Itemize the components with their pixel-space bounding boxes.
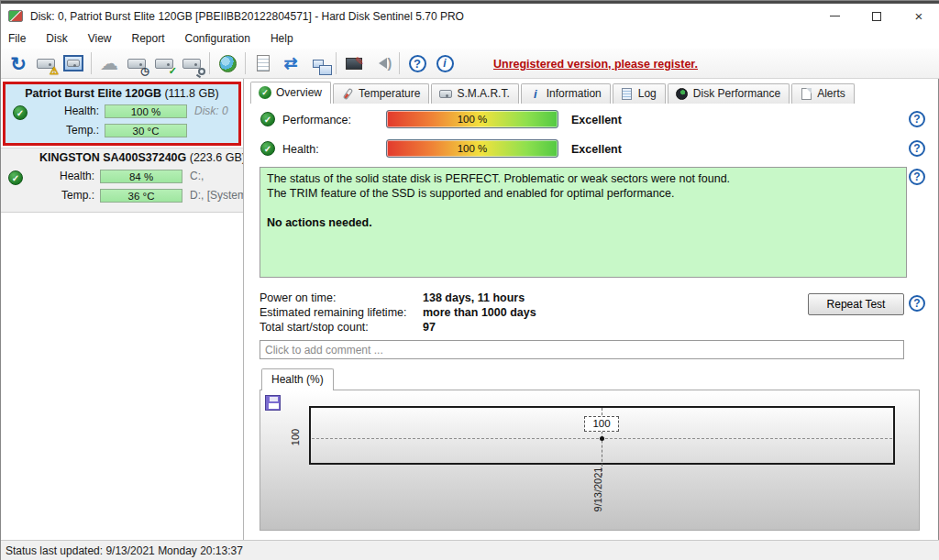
tab-temperature[interactable]: Temperature <box>333 83 429 104</box>
disk-search-icon[interactable] <box>178 50 205 76</box>
tab-label: Log <box>638 87 657 100</box>
performance-ok-icon: ✓ <box>260 112 275 126</box>
disk-card-patriot[interactable]: Patriot Burst Elite 120GB (111.8 GB) ✓ H… <box>3 82 241 146</box>
info-icon[interactable]: i <box>431 50 458 76</box>
start-stop-count-label: Total start/stop count: <box>260 321 369 334</box>
disk-check-icon[interactable]: ✓ <box>150 50 178 76</box>
menu-disk[interactable]: Disk <box>36 29 77 48</box>
info-icon: i <box>529 87 542 100</box>
tab-log[interactable]: Log <box>613 83 666 104</box>
repeat-test-button[interactable]: Repeat Test <box>808 293 904 315</box>
help-icon[interactable]: ? <box>403 50 431 76</box>
disk-number: Disk: 0 <box>194 104 228 117</box>
health-label: Health: <box>42 104 99 117</box>
disk-title: KINGSTON SA400S37240G (223.6 GB) Disk: <box>1 151 243 164</box>
disk-name: KINGSTON SA400S37240G <box>39 151 186 164</box>
speaker-icon[interactable] <box>368 50 395 76</box>
log-document-icon <box>621 87 634 100</box>
sync-icon[interactable]: ⇄ <box>277 50 304 76</box>
register-link[interactable]: Unregistered version, please register. <box>493 58 698 71</box>
chart-tab-health[interactable]: Health (%) <box>261 368 334 390</box>
minimize-button[interactable] <box>813 4 856 28</box>
health-help-icon[interactable]: ? <box>909 140 925 157</box>
window-title: Disk: 0, Patriot Burst Elite 120GB [PBEI… <box>30 10 464 23</box>
disk-ok-icon: ✓ <box>8 170 23 185</box>
tab-overview[interactable]: ✓ Overview <box>250 82 331 104</box>
disk-warning-icon[interactable]: ⚠ <box>32 50 60 76</box>
repeat-test-help-icon[interactable]: ? <box>909 295 925 312</box>
tab-disk-performance[interactable]: Disk Performance <box>668 83 790 104</box>
tab-label: Information <box>547 87 602 100</box>
refresh-icon[interactable]: ↻ <box>5 50 32 76</box>
chart-data-point <box>600 436 604 441</box>
status-bar-text: Status last updated: 9/13/2021 Monday 20… <box>6 544 243 557</box>
performance-gauge: 100 % <box>386 110 558 128</box>
close-button[interactable]: × <box>898 4 939 28</box>
health-ok-icon: ✓ <box>260 141 275 156</box>
power-on-time-label: Power on time: <box>260 291 336 304</box>
disk-health-row: ✓ Health: 100 % Disk: 0 <box>6 104 238 120</box>
health-label: Health: <box>38 170 94 182</box>
power-on-time-value: 138 days, 11 hours <box>423 291 525 304</box>
start-stop-count-value: 97 <box>423 321 436 334</box>
tab-label: Overview <box>276 86 322 99</box>
menu-help[interactable]: Help <box>260 29 304 48</box>
toolbar-separator <box>209 52 210 74</box>
toolbar-separator <box>399 52 400 74</box>
toolbar: ↻ ⚠ ☁ ◷ ✓ ⇄ ✎ ? i <box>1 49 939 79</box>
status-line: The TRIM feature of the SSD is supported… <box>267 186 900 201</box>
close-icon: × <box>915 9 923 23</box>
performance-rating: Excellent <box>571 114 622 126</box>
disk-title: Patriot Burst Elite 120GB (111.8 GB) <box>6 87 238 100</box>
monitor-pen-icon[interactable]: ✎ <box>340 50 368 76</box>
health-bar: 100 % <box>105 104 187 118</box>
disk-temp-row: Temp.: 30 °C <box>6 124 238 139</box>
menu-configuration[interactable]: Configuration <box>175 29 260 48</box>
app-icon <box>8 10 23 22</box>
performance-help-icon[interactable]: ? <box>909 111 925 127</box>
tab-label: Disk Performance <box>693 87 780 100</box>
disk-temp-row: Temp.: 36 °C D:, [System Re <box>1 189 243 204</box>
globe-disk-icon[interactable] <box>214 50 241 76</box>
status-line: The status of the solid state disk is PE… <box>267 171 900 186</box>
temp-bar: 36 °C <box>100 189 182 203</box>
disk-window-icon[interactable] <box>60 50 87 76</box>
alerts-page-icon <box>800 87 812 100</box>
temp-label: Temp.: <box>38 189 94 202</box>
health-rating: Excellent <box>571 143 622 156</box>
tab-alerts[interactable]: Alerts <box>791 83 855 104</box>
remaining-lifetime-label: Estimated remaining lifetime: <box>260 306 406 319</box>
remaining-lifetime-value: more than 1000 days <box>423 306 536 319</box>
maximize-button[interactable] <box>856 4 898 28</box>
disk-name: Patriot Burst Elite 120GB <box>25 87 161 100</box>
menu-bar: File Disk View Report Configuration Help <box>1 28 939 49</box>
drive-letter: C:, <box>190 170 204 182</box>
save-chart-icon[interactable] <box>265 395 281 411</box>
tab-label: Temperature <box>359 87 420 100</box>
tab-information[interactable]: i Information <box>521 83 611 104</box>
menu-view[interactable]: View <box>78 29 122 48</box>
network-icon[interactable] <box>304 50 332 76</box>
window-controls: × <box>813 4 939 28</box>
menu-report[interactable]: Report <box>121 29 174 48</box>
title-bar: Disk: 0, Patriot Burst Elite 120GB [PBEI… <box>1 4 939 28</box>
hard-disk-sentinel-window: Disk: 0, Patriot Burst Elite 120GB [PBEI… <box>0 0 939 560</box>
disk-clock-icon[interactable]: ◷ <box>123 50 150 76</box>
disk-cloud-icon[interactable]: ☁ <box>95 50 123 76</box>
report-icon[interactable] <box>249 50 277 76</box>
tab-smart[interactable]: S.M.A.R.T. <box>431 83 518 104</box>
disk-ok-icon: ✓ <box>13 105 28 120</box>
disk-size: (111.8 GB) <box>164 87 218 100</box>
health-gauge: 100 % <box>386 139 558 158</box>
comment-input[interactable] <box>260 340 904 359</box>
thermometer-icon <box>341 87 354 100</box>
temp-label: Temp.: <box>42 124 99 137</box>
status-help-icon[interactable]: ? <box>909 169 925 185</box>
chart-y-tick: 100 <box>290 417 301 457</box>
toolbar-separator <box>336 52 337 74</box>
menu-file[interactable]: File <box>3 29 36 48</box>
disk-card-kingston[interactable]: KINGSTON SA400S37240G (223.6 GB) Disk: ✓… <box>1 148 243 213</box>
chart-point-label: 100 <box>584 416 619 432</box>
temp-bar: 30 °C <box>105 124 187 137</box>
minimize-icon <box>830 16 840 16</box>
